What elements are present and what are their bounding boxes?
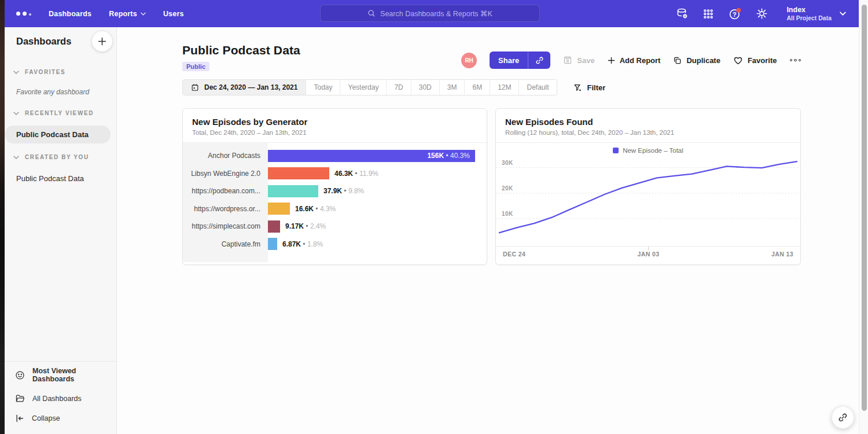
report-card-new-episodes-by-generator[interactable]: New Episodes by Generator Total, Dec 24t… [182,108,487,265]
bar-zone: 6.87K • 1.8% [268,238,487,250]
date-range-picker[interactable]: Dec 24, 2020 — Jan 13, 2021 [183,80,306,95]
favorite-button[interactable]: Favorite [733,56,777,65]
sidebar-section: CREATED BY YOUPublic Podcast Data [5,148,116,187]
chevron-down-icon [13,71,19,74]
date-preset-today[interactable]: Today [306,80,340,95]
date-preset-yesterday[interactable]: Yesterday [340,80,387,95]
avatar[interactable]: RH [461,53,477,68]
add-report-button[interactable]: Add Report [608,56,661,65]
date-preset-30d[interactable]: 30D [411,80,440,95]
plus-icon [98,37,106,46]
sidebar-title: Dashboards [16,36,71,47]
report-cards: New Episodes by Generator Total, Dec 24t… [182,108,801,265]
section-label: CREATED BY YOU [25,154,89,160]
bar-row[interactable]: Captivate.fm6.87K • 1.8% [183,236,487,253]
legend-label: New Episode – Total [623,147,683,154]
filter-button[interactable]: Filter [573,83,606,92]
bar-chart: Anchor Podcasts156K • 40.3%Libsyn WebEng… [183,143,487,262]
nav-item-label: Users [163,10,184,18]
data-governance-icon[interactable] [675,8,688,20]
account-scope: All Project Data [786,14,832,21]
sidebar-item-public-podcast-data[interactable]: Public Podcast Data [5,126,111,144]
bar-row[interactable]: Anchor Podcasts156K • 40.3% [183,147,487,165]
bar-value-label: 156K • 40.3% [427,152,475,160]
chevron-down-icon [840,12,846,16]
bar-row[interactable]: https://wordpress.or...16.6K • 4.3% [183,200,487,218]
more-options-button[interactable] [790,57,801,64]
y-axis-tick-label: 10K [502,211,513,217]
bar-category-label: https://wordpress.or... [183,205,268,213]
date-preset-default[interactable]: Default [519,80,556,95]
footer-item-label: All Dashboards [32,395,82,403]
bar-value-label: 16.6K • 4.3% [295,205,336,213]
nav-item-dashboards[interactable]: Dashboards [49,10,91,18]
sidebar: Dashboards FAVORITESFavorite any dashboa… [5,27,117,434]
bar-segment[interactable] [268,238,277,250]
account-name: Index [786,6,832,15]
share-button-label[interactable]: Share [490,52,528,69]
bar-category-label: https://simplecast.com [183,222,268,230]
bar-zone: 37.9K • 9.8% [268,185,487,197]
help-icon[interactable]: ? [729,8,741,20]
bar-segment[interactable] [268,203,290,215]
primary-nav: DashboardsReportsUsers [49,10,184,18]
folder-icon [15,393,25,403]
legend-swatch [613,148,619,153]
date-preset-7d[interactable]: 7D [387,80,411,95]
bar-segment[interactable]: 156K • 40.3% [268,150,475,162]
section-header-recently-viewed[interactable]: RECENTLY VIEWED [5,104,116,122]
date-preset-6m[interactable]: 6M [465,80,490,95]
line-chart: 10K20K30K [496,157,800,246]
account-switcher[interactable]: Index All Project Data [786,6,846,22]
logo-dot [29,13,31,16]
bar-category-label: Libsyn WebEngine 2.0 [183,170,268,178]
nav-item-reports[interactable]: Reports [109,10,146,18]
sidebar-footer-all-dashboards[interactable]: All Dashboards [5,388,116,409]
scrollbar-thumb[interactable] [862,5,867,411]
settings-gear-icon[interactable] [755,8,768,20]
apps-grid-icon[interactable] [702,8,715,20]
report-card-new-episodes-found[interactable]: New Episodes Found Rolling (12 hours), t… [495,108,801,265]
chevron-down-icon [13,112,19,115]
share-button[interactable]: Share [490,52,550,69]
sidebar-sections: FAVORITESFavorite any dashboardRECENTLY … [5,63,116,192]
sidebar-footer-most-viewed-dashboards[interactable]: Most Viewed Dashboards [5,362,116,388]
calendar-icon [191,83,199,91]
section-header-created-by-you[interactable]: CREATED BY YOU [5,148,116,166]
bar-segment[interactable] [268,185,318,197]
date-controls: Dec 24, 2020 — Jan 13, 2021 TodayYesterd… [182,79,605,95]
bar-row[interactable]: https://simplecast.com9.17K • 2.4% [183,218,487,236]
share-link-icon[interactable] [528,52,550,69]
x-axis-tick-label: JAN 03 [638,251,660,258]
date-preset-12m[interactable]: 12M [490,80,519,95]
sidebar-item-public-podcast-data[interactable]: Public Podcast Data [5,170,111,187]
x-axis-tick-label: DEC 24 [503,251,525,258]
global-search-input[interactable]: Search Dashboards & Reports ⌘K [320,5,540,22]
x-axis: DEC 24JAN 03JAN 13 [496,246,800,262]
sidebar-section: FAVORITESFavorite any dashboard [5,63,116,104]
app-logo[interactable] [5,12,42,16]
date-preset-3m[interactable]: 3M [440,80,465,95]
copy-link-floating-button[interactable] [832,406,854,429]
bar-value-label: 6.87K • 1.8% [282,240,323,248]
y-axis-tick-label: 30K [502,160,513,166]
page-scrollbar[interactable] [859,0,868,434]
line-series[interactable] [499,161,797,233]
nav-item-users[interactable]: Users [163,10,184,18]
save-icon [563,56,572,65]
bar-segment[interactable] [268,167,329,179]
duplicate-button[interactable]: Duplicate [673,56,720,65]
card-subtitle: Total, Dec 24th, 2020 – Jan 13th, 2021 [192,129,477,136]
sidebar-footer-collapse[interactable]: Collapse [5,409,116,428]
bar-segment[interactable] [268,220,280,233]
bar-row[interactable]: Libsyn WebEngine 2.046.3K • 11.9% [183,165,487,183]
save-button[interactable]: Save [563,56,594,65]
bar-zone: 46.3K • 11.9% [268,167,487,179]
bar-row[interactable]: https://podbean.com...37.9K • 9.8% [183,182,487,200]
logo-dot [23,12,27,16]
section-header-favorites[interactable]: FAVORITES [5,63,116,81]
bar-value-label: 46.3K • 11.9% [334,170,378,178]
date-range-group: Dec 24, 2020 — Jan 13, 2021 TodayYesterd… [182,79,557,95]
add-dashboard-button[interactable] [92,31,112,52]
dashboard-actions: RH Share Save [461,52,801,68]
